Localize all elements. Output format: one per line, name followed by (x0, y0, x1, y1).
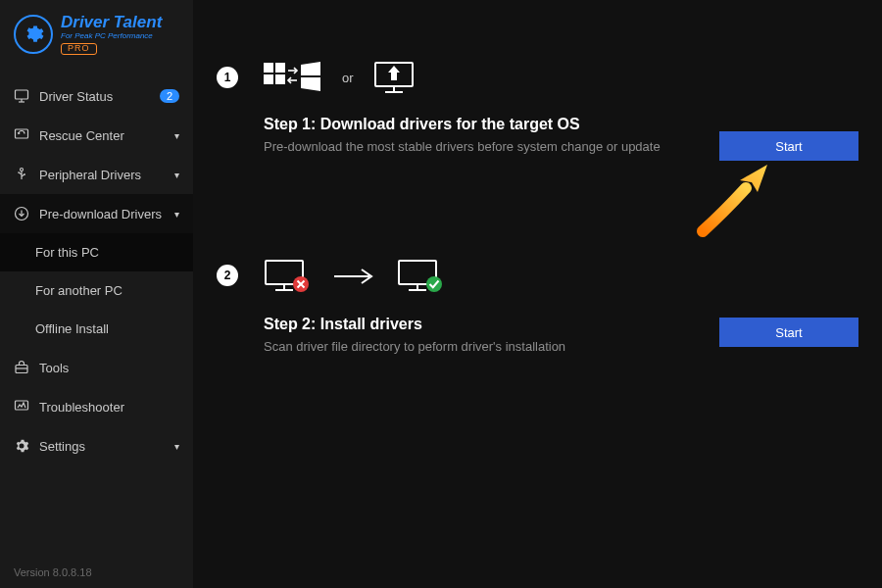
svg-rect-18 (24, 174, 25, 176)
monitor-upload-icon (373, 61, 415, 94)
chevron-down-icon: ▾ (174, 441, 179, 452)
gear-icon (14, 438, 29, 454)
sidebar-subitem-for-another-pc[interactable]: For another PC (0, 271, 193, 310)
sidebar-subitem-for-this-pc[interactable]: For this PC (0, 233, 193, 271)
step-number: 1 (217, 67, 238, 88)
step-2-title: Step 2: Install drivers (264, 316, 694, 333)
sidebar-item-label: Settings (39, 439, 165, 454)
sidebar-item-settings[interactable]: Settings ▾ (0, 426, 193, 466)
sidebar-item-troubleshooter[interactable]: Troubleshooter (0, 387, 193, 426)
badge-count: 2 (160, 89, 179, 103)
svg-point-15 (21, 169, 24, 172)
sidebar-item-label: Peripheral Drivers (39, 168, 165, 182)
start-step-2-button[interactable]: Start (719, 318, 858, 347)
svg-rect-11 (16, 90, 28, 99)
step-number: 2 (217, 265, 238, 286)
svg-marker-28 (301, 62, 320, 75)
monitor-icon (14, 88, 29, 104)
svg-rect-33 (391, 73, 397, 80)
sidebar-item-driver-status[interactable]: Driver Status 2 (0, 76, 193, 116)
svg-point-17 (18, 172, 20, 174)
app-window: Driver Talent For Peak PC Performance PR… (0, 0, 882, 588)
step-2-desc: Scan driver file directory to peform dri… (264, 339, 694, 354)
content-area: 1 or Step 1: Download drivers for the ta… (193, 0, 882, 588)
step-2-icons (264, 259, 694, 294)
arrow-right-icon (330, 267, 377, 286)
gear-icon (14, 15, 53, 54)
sidebar-item-label: Rescue Center (39, 128, 165, 143)
usb-icon (14, 167, 29, 182)
brand-text: Driver Talent For Peak PC Performance PR… (61, 14, 162, 55)
or-label: or (342, 71, 354, 85)
troubleshoot-icon (14, 399, 29, 415)
restore-icon (14, 127, 29, 143)
monitor-ok-icon (397, 259, 444, 294)
sidebar-item-peripheral-drivers[interactable]: Peripheral Drivers ▾ (0, 155, 193, 194)
svg-marker-29 (301, 77, 320, 91)
sidebar-item-label: Pre-download Drivers (39, 207, 165, 221)
step-body: or Step 1: Download drivers for the targ… (264, 61, 694, 154)
brand-name: Driver Talent (61, 14, 162, 32)
step-1-icons: or (264, 61, 694, 94)
svg-rect-23 (16, 401, 28, 410)
svg-rect-27 (275, 74, 285, 84)
brand-tagline: For Peak PC Performance (61, 32, 162, 41)
step-1: 1 or Step 1: Download drivers for the ta… (217, 61, 858, 161)
toolbox-icon (14, 360, 29, 375)
chevron-down-icon: ▾ (174, 209, 179, 220)
sidebar-item-predownload-drivers[interactable]: Pre-download Drivers ▾ (0, 194, 193, 233)
download-icon (14, 206, 29, 221)
chevron-down-icon: ▾ (174, 170, 179, 180)
os-switch-icon (264, 61, 322, 94)
version-text: Version 8.0.8.18 (0, 557, 193, 588)
monitor-fail-icon (264, 259, 311, 294)
sidebar-item-tools[interactable]: Tools (0, 348, 193, 387)
step-2: 2 Step 2: Install drivers (217, 259, 858, 354)
start-step-1-button[interactable]: Start (719, 131, 858, 161)
pro-badge: PRO (61, 43, 97, 55)
app-logo: Driver Talent For Peak PC Performance PR… (0, 0, 193, 67)
sidebar-item-label: Troubleshooter (39, 400, 179, 415)
svg-marker-34 (388, 66, 400, 73)
sidebar-item-label: Tools (39, 361, 179, 375)
nav: Driver Status 2 Rescue Center ▾ Peripher… (0, 67, 193, 557)
pointer-arrow-icon (697, 159, 775, 237)
sidebar: Driver Talent For Peak PC Performance PR… (0, 0, 193, 588)
sidebar-subitem-offline-install[interactable]: Offline Install (0, 310, 193, 348)
svg-rect-26 (264, 74, 273, 84)
step-body: Step 2: Install drivers Scan driver file… (264, 259, 694, 354)
step-1-title: Step 1: Download drivers for the target … (264, 116, 694, 133)
sidebar-item-label: Driver Status (39, 89, 150, 104)
step-1-desc: Pre-download the most stable drivers bef… (264, 139, 694, 154)
svg-rect-25 (275, 63, 285, 73)
svg-rect-24 (264, 63, 273, 73)
main-container: Driver Talent For Peak PC Performance PR… (0, 0, 882, 588)
sidebar-item-rescue-center[interactable]: Rescue Center ▾ (0, 116, 193, 155)
chevron-down-icon: ▾ (174, 130, 179, 141)
svg-point-45 (426, 276, 442, 292)
